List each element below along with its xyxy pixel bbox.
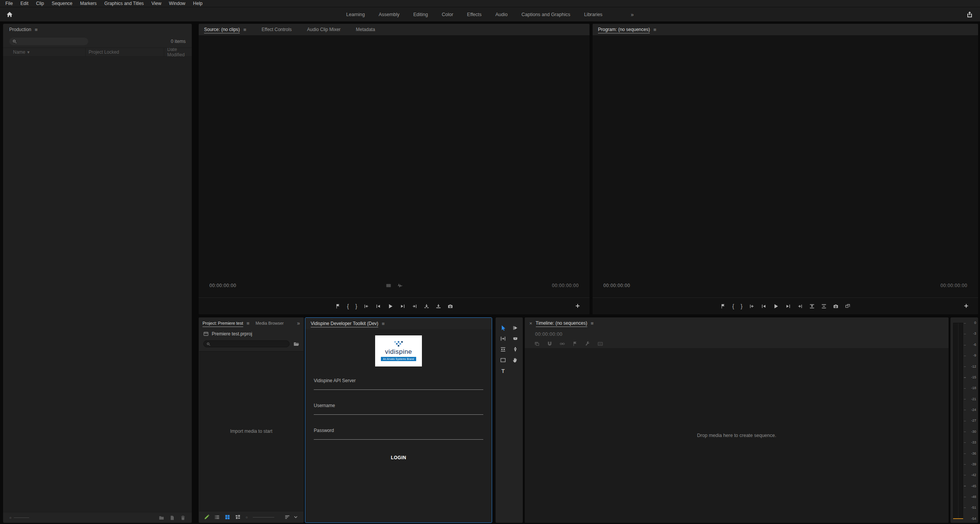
timeline-timecode[interactable]: 00:00:00:00 (535, 332, 563, 337)
slip-tool-button[interactable] (497, 344, 509, 355)
export-frame-button[interactable] (833, 304, 838, 309)
menu-item[interactable]: Window (165, 1, 189, 6)
production-list[interactable] (3, 57, 192, 512)
password-field[interactable] (314, 433, 483, 440)
ripple-edit-tool-button[interactable] (497, 333, 509, 344)
play-button[interactable] (773, 303, 779, 309)
delete-button[interactable] (180, 515, 186, 521)
menu-item[interactable]: Help (189, 1, 206, 6)
menu-item[interactable]: Clip (32, 1, 48, 6)
writable-indicator-icon[interactable] (204, 514, 209, 520)
workspace-tab[interactable]: Captions and Graphics (522, 12, 570, 17)
tab-project[interactable]: Project: Premiere test (203, 317, 243, 329)
add-marker-button[interactable] (335, 304, 341, 309)
close-icon[interactable]: × (529, 320, 532, 326)
timeline-drop-zone[interactable]: Drop media here to create sequence. (525, 348, 949, 523)
new-item-button[interactable] (170, 515, 175, 521)
tab-audio-clip-mixer[interactable]: Audio Clip Mixer (307, 24, 340, 35)
step-back-button[interactable] (376, 304, 381, 309)
menu-item[interactable]: Edit (16, 1, 32, 6)
workspace-overflow-button[interactable]: » (631, 11, 634, 18)
workspace-tab[interactable]: Color (442, 12, 453, 17)
go-to-in-button[interactable] (364, 304, 369, 309)
zoom-slider[interactable] (253, 517, 274, 517)
export-frame-button[interactable] (448, 304, 453, 309)
pen-tool-button[interactable] (509, 344, 522, 355)
panel-options-button[interactable] (285, 514, 290, 520)
panel-menu-icon[interactable]: ≡ (247, 320, 250, 326)
drag-video-only-icon[interactable] (386, 283, 391, 288)
drag-audio-only-icon[interactable] (397, 283, 403, 288)
overwrite-button[interactable] (436, 304, 441, 309)
add-marker-button[interactable] (720, 304, 726, 309)
username-field[interactable] (314, 408, 483, 415)
track-select-forward-tool-button[interactable] (509, 323, 522, 333)
workspace-tab[interactable]: Editing (413, 12, 428, 17)
mark-in-button[interactable]: { (732, 304, 734, 309)
project-search-input[interactable] (212, 342, 287, 346)
play-button[interactable] (387, 303, 394, 309)
production-search-input[interactable] (19, 39, 85, 44)
workspace-tab[interactable]: Audio (496, 12, 508, 17)
project-media-list[interactable]: Import media to start (199, 351, 303, 511)
go-to-in-button[interactable] (749, 304, 754, 309)
panel-menu-icon[interactable]: ≡ (653, 27, 656, 33)
button-editor-button[interactable] (964, 303, 970, 309)
chevron-down-icon[interactable] (293, 514, 298, 520)
extract-button[interactable] (821, 304, 827, 309)
linked-selection-button[interactable] (560, 341, 565, 347)
captions-button[interactable] (598, 341, 603, 347)
tab-effect-controls[interactable]: Effect Controls (262, 24, 292, 35)
mark-out-button[interactable]: } (741, 304, 743, 309)
zoom-slider-knob[interactable]: ○ (9, 516, 12, 520)
panel-menu-icon[interactable]: ≡ (35, 27, 38, 33)
menu-item[interactable]: View (148, 1, 165, 6)
project-file-item[interactable]: Premiere test.prproj (199, 329, 304, 339)
column-header-project-locked[interactable]: Project Locked (86, 48, 164, 56)
step-back-button[interactable] (761, 304, 766, 309)
menu-item[interactable]: Markers (76, 1, 100, 6)
razor-tool-button[interactable] (509, 333, 522, 344)
home-button[interactable] (6, 11, 13, 18)
step-forward-button[interactable] (400, 304, 405, 309)
lift-button[interactable] (809, 304, 815, 309)
menu-item[interactable]: File (2, 1, 16, 6)
tab-production[interactable]: Production (9, 24, 31, 35)
column-header-name[interactable]: Name▾ (3, 48, 86, 56)
workspace-tab[interactable]: Learning (346, 12, 365, 17)
tab-timeline[interactable]: Timeline: (no sequences) (536, 317, 587, 329)
workspace-tab[interactable]: Libraries (584, 12, 603, 17)
timeline-settings-button[interactable] (585, 341, 590, 347)
program-timecode-current[interactable]: 00:00:00:00 (603, 283, 630, 288)
menu-item[interactable]: Sequence (48, 1, 76, 6)
panel-menu-icon[interactable]: ≡ (591, 320, 594, 326)
button-editor-button[interactable] (575, 303, 581, 309)
go-to-out-button[interactable] (412, 304, 417, 309)
insert-button[interactable] (424, 304, 429, 309)
type-tool-button[interactable]: T (497, 366, 509, 376)
panel-menu-icon[interactable]: ≡ (382, 321, 385, 327)
freeform-view-button[interactable] (235, 514, 240, 520)
icon-view-button[interactable] (225, 514, 230, 520)
panel-menu-icon[interactable]: ≡ (243, 27, 246, 33)
mark-out-button[interactable]: } (356, 304, 357, 309)
selection-tool-button[interactable] (497, 323, 509, 333)
zoom-slider-knob[interactable]: ○ (245, 515, 248, 519)
snap-button[interactable] (547, 341, 552, 347)
source-scrub-bar[interactable] (199, 291, 590, 297)
api-server-field[interactable] (314, 383, 483, 390)
menu-item[interactable]: Graphics and Titles (100, 1, 148, 6)
source-timecode-current[interactable]: 00:00:00:00 (209, 283, 236, 288)
comparison-view-button[interactable] (845, 304, 850, 309)
tab-source[interactable]: Source: (no clips) (204, 24, 240, 35)
workspace-tab[interactable]: Assembly (379, 12, 399, 17)
tab-vidispine-toolkit[interactable]: Vidispine Developer Toolkit (Dev) (311, 318, 378, 329)
tabs-overflow-button[interactable]: » (297, 320, 300, 326)
go-to-out-button[interactable] (797, 304, 803, 309)
column-header-date-modified[interactable]: Date Modified (164, 48, 192, 56)
zoom-slider[interactable] (14, 517, 29, 518)
step-forward-button[interactable] (786, 304, 791, 309)
workspace-tab[interactable]: Effects (467, 12, 482, 17)
tab-metadata[interactable]: Metadata (356, 24, 375, 35)
tab-media-browser[interactable]: Media Browser (255, 317, 283, 329)
